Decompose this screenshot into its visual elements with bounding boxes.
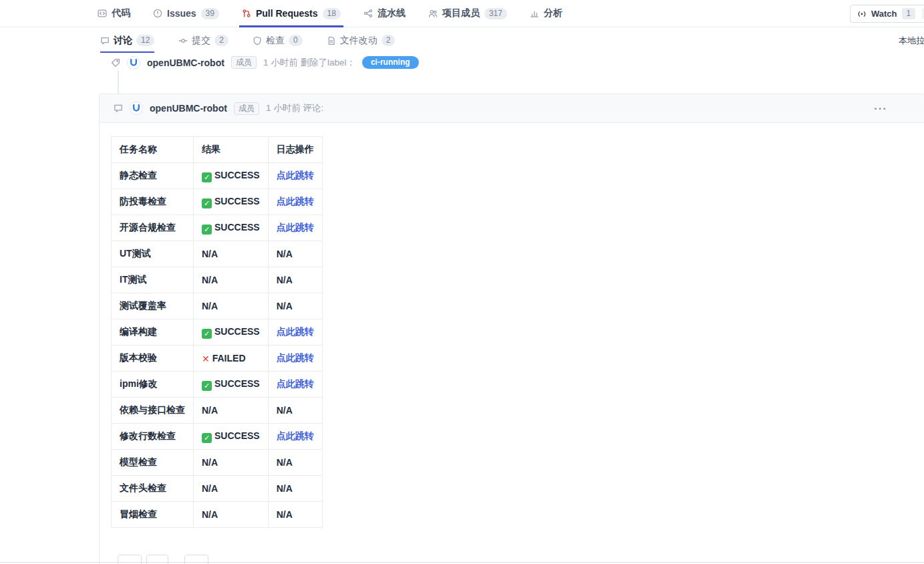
ci-table-row: 测试覆盖率N/AN/A	[112, 293, 323, 319]
ci-table-row: 依赖与接口检查N/AN/A	[112, 398, 323, 424]
member-badge: 成员	[234, 102, 259, 115]
nav-item-label: 流水线	[377, 7, 406, 19]
task-name-cell: 测试覆盖率	[112, 293, 194, 319]
tab-label: 提交	[192, 35, 210, 47]
task-name-cell: 编译构建	[112, 319, 194, 345]
nav-item-analysis[interactable]: 分析	[530, 0, 563, 27]
result-cell: N/A	[194, 293, 269, 319]
watch-icon	[857, 9, 867, 19]
watch-label: Watch	[871, 9, 897, 19]
result-text: SUCCESS	[214, 222, 260, 233]
ci-table-row: 版本校验✕FAILED点此跳转	[112, 345, 323, 372]
ci-table-row: ipmi修改✓SUCCESS点此跳转	[112, 372, 323, 398]
timeline-label-event: openUBMC-robot 成员 1 小时前 删除了label： ci-run…	[111, 55, 419, 69]
log-text: N/A	[277, 457, 293, 468]
log-jump-link[interactable]: 点此跳转	[277, 170, 314, 180]
task-name-cell: UT测试	[112, 241, 194, 267]
ci-table-header-row: 任务名称 结果 日志操作	[112, 137, 323, 163]
task-name-cell: 模型检查	[112, 450, 194, 476]
ci-table-row: 防投毒检查✓SUCCESS点此跳转	[112, 189, 323, 215]
task-name-cell: 防投毒检查	[112, 189, 194, 215]
failed-icon: ✕	[202, 354, 210, 364]
nav-item-code[interactable]: 代码	[98, 0, 130, 27]
nav-item-label: Issues	[167, 8, 196, 19]
analysis-icon	[530, 9, 539, 18]
log-jump-link[interactable]: 点此跳转	[277, 326, 314, 337]
label-ci-running[interactable]: ci-running	[362, 56, 419, 69]
ci-table-row: 修改行数检查✓SUCCESS点此跳转	[112, 424, 323, 450]
result-text: SUCCESS	[214, 430, 260, 441]
log-text: N/A	[277, 275, 293, 285]
result-text: SUCCESS	[214, 378, 260, 389]
issues-icon	[153, 9, 162, 18]
comment-icon	[114, 104, 123, 113]
result-text: FAILED	[212, 353, 246, 364]
log-text: N/A	[277, 405, 293, 416]
result-text: SUCCESS	[214, 170, 260, 180]
nav-item-label: 项目成员	[442, 7, 480, 19]
pull-request-icon	[242, 9, 251, 18]
log-jump-link[interactable]: 点此跳转	[277, 196, 314, 206]
tab-label: 讨论	[114, 35, 132, 47]
ci-table-body: 静态检查✓SUCCESS点此跳转防投毒检查✓SUCCESS点此跳转开源合规检查✓…	[112, 163, 323, 528]
tab-badge: 12	[136, 35, 154, 46]
tab-badge: 2	[381, 35, 396, 46]
comment-body: 任务名称 结果 日志操作 静态检查✓SUCCESS点此跳转防投毒检查✓SUCCE…	[100, 123, 924, 528]
log-jump-link[interactable]: 点此跳转	[277, 352, 314, 363]
timeline-connector	[118, 71, 119, 94]
commits-icon	[178, 36, 188, 45]
avatar[interactable]	[127, 56, 140, 69]
task-name-cell: 开源合规检查	[112, 215, 194, 241]
nav-item-label: 分析	[544, 7, 563, 19]
result-cell: ✓SUCCESS	[194, 189, 269, 215]
log-cell: 点此跳转	[268, 319, 322, 345]
result-text: N/A	[202, 275, 218, 285]
comment-header: openUBMC-robot 成员 1 小时前 评论: ···	[100, 94, 924, 123]
result-text: N/A	[202, 509, 218, 520]
result-cell: ✓SUCCESS	[194, 424, 269, 450]
file-changes-icon	[327, 36, 336, 45]
log-cell: 点此跳转	[268, 372, 322, 398]
nav-item-members[interactable]: 项目成员317	[428, 0, 507, 27]
log-jump-link[interactable]: 点此跳转	[277, 378, 314, 389]
result-cell: ✓SUCCESS	[194, 319, 269, 345]
tag-icon	[111, 58, 120, 67]
tab-commits[interactable]: 提交2	[178, 27, 228, 53]
log-cell: N/A	[268, 293, 322, 319]
top-nav-items: 代码Issues39Pull Requests18流水线项目成员317分析	[98, 0, 563, 27]
log-cell: N/A	[268, 476, 322, 502]
local-pull-link[interactable]: 本地拉	[899, 35, 924, 47]
success-icon: ✓	[202, 225, 212, 235]
nav-item-label: 代码	[112, 7, 130, 19]
task-name-cell: 版本校验	[112, 345, 194, 372]
event-text: 1 小时前 删除了label：	[263, 57, 355, 69]
tab-checks[interactable]: 检查0	[253, 27, 303, 53]
ci-table-row: 静态检查✓SUCCESS点此跳转	[112, 163, 323, 189]
tab-label: 检查	[266, 35, 285, 47]
tab-file-changes[interactable]: 文件改动2	[327, 27, 396, 53]
log-cell: N/A	[268, 267, 322, 293]
task-name-cell: ipmi修改	[112, 372, 194, 398]
result-cell: N/A	[194, 450, 269, 476]
result-cell: ✕FAILED	[194, 345, 269, 372]
comment-card: openUBMC-robot 成员 1 小时前 评论: ··· 任务名称 结果 …	[99, 94, 924, 564]
nav-item-issues[interactable]: Issues39	[153, 0, 219, 27]
log-jump-link[interactable]: 点此跳转	[277, 430, 314, 441]
log-jump-link[interactable]: 点此跳转	[277, 222, 314, 233]
nav-item-badge: 39	[201, 8, 219, 19]
tab-discussion[interactable]: 讨论12	[100, 27, 154, 53]
more-options-icon[interactable]: ···	[874, 103, 887, 114]
watch-button[interactable]: Watch 1	[850, 5, 924, 23]
user-name[interactable]: openUBMC-robot	[147, 57, 224, 68]
task-name-cell: 修改行数检查	[112, 424, 194, 450]
col-task-name: 任务名称	[112, 137, 194, 163]
log-cell: N/A	[268, 502, 322, 528]
user-name[interactable]: openUBMC-robot	[150, 103, 227, 114]
log-cell: N/A	[268, 398, 322, 424]
nav-item-badge: 317	[484, 8, 507, 19]
nav-item-pull-requests[interactable]: Pull Requests18	[242, 0, 341, 27]
result-cell: ✓SUCCESS	[194, 163, 269, 189]
result-cell: N/A	[194, 398, 269, 424]
nav-item-pipelines[interactable]: 流水线	[363, 0, 406, 27]
avatar[interactable]	[130, 102, 143, 115]
